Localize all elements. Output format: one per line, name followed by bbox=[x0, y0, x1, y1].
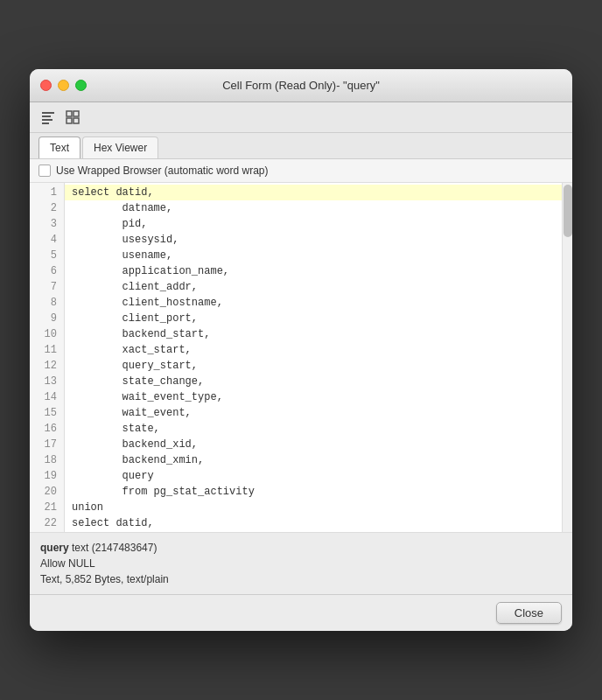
line-number: 12 bbox=[37, 358, 57, 374]
code-line: application_name, bbox=[65, 263, 562, 279]
line-number: 3 bbox=[37, 216, 57, 232]
svg-rect-6 bbox=[66, 118, 72, 123]
code-line: union bbox=[65, 500, 562, 515]
code-line: client_addr, bbox=[65, 279, 562, 295]
svg-rect-0 bbox=[42, 112, 54, 114]
status-field-info: query text (2147483647) bbox=[40, 540, 562, 556]
line-number: 16 bbox=[37, 421, 57, 437]
code-line: client_hostname, bbox=[65, 295, 562, 311]
code-line: state, bbox=[65, 421, 562, 437]
code-line: state_change, bbox=[65, 374, 562, 389]
code-line: from pg_stat_activity bbox=[65, 484, 562, 500]
line-number: 9 bbox=[37, 311, 57, 326]
line-number: 20 bbox=[37, 484, 57, 500]
scrollbar-thumb[interactable] bbox=[564, 185, 572, 237]
close-window-button[interactable] bbox=[40, 80, 52, 91]
tabs-bar: Text Hex Viewer bbox=[30, 133, 572, 159]
line-number: 1 bbox=[37, 185, 57, 200]
title-bar: Cell Form (Read Only)- "query" bbox=[30, 69, 572, 102]
code-line: pid, bbox=[65, 216, 562, 232]
code-content[interactable]: select datid, datname, pid, usesysid, us… bbox=[65, 183, 562, 532]
code-line: usesysid, bbox=[65, 232, 562, 248]
line-number: 14 bbox=[37, 389, 57, 405]
status-allow-null: Allow NULL bbox=[40, 556, 562, 571]
maximize-window-button[interactable] bbox=[75, 80, 87, 91]
tab-text[interactable]: Text bbox=[38, 136, 80, 158]
code-line: usename, bbox=[65, 248, 562, 263]
svg-rect-7 bbox=[74, 118, 79, 123]
code-line: select datid, bbox=[65, 185, 562, 200]
tab-hex-viewer[interactable]: Hex Viewer bbox=[82, 136, 158, 158]
svg-rect-4 bbox=[66, 111, 72, 116]
line-number: 17 bbox=[37, 437, 57, 452]
grid-icon[interactable] bbox=[63, 108, 82, 127]
svg-rect-2 bbox=[42, 119, 52, 121]
line-numbers: 1234567891011121314151617181920212223242… bbox=[30, 183, 65, 532]
format-icon[interactable] bbox=[38, 108, 58, 127]
field-name: query bbox=[40, 542, 69, 554]
line-number: 18 bbox=[37, 452, 57, 468]
line-number: 10 bbox=[37, 326, 57, 342]
code-viewer: 1234567891011121314151617181920212223242… bbox=[30, 183, 572, 533]
svg-rect-1 bbox=[42, 116, 51, 117]
code-line: wait_event_type, bbox=[65, 389, 562, 405]
line-number: 7 bbox=[37, 279, 57, 295]
code-line: wait_event, bbox=[65, 405, 562, 421]
line-number: 23 bbox=[37, 531, 57, 532]
code-line: backend_xmin, bbox=[65, 452, 562, 468]
bottom-bar: Close bbox=[30, 594, 572, 631]
line-number: 2 bbox=[37, 200, 57, 216]
code-line: select datid, bbox=[65, 515, 562, 531]
line-number: 15 bbox=[37, 405, 57, 421]
line-number: 21 bbox=[37, 500, 57, 515]
code-line: xact_start, bbox=[65, 342, 562, 358]
line-number: 22 bbox=[37, 515, 57, 531]
status-info: Text, 5,852 Bytes, text/plain bbox=[40, 571, 562, 587]
traffic-lights bbox=[40, 80, 87, 91]
line-number: 8 bbox=[37, 295, 57, 311]
wrap-browser-bar: Use Wrapped Browser (automatic word wrap… bbox=[30, 159, 572, 183]
wrap-browser-label: Use Wrapped Browser (automatic word wrap… bbox=[56, 164, 269, 177]
line-number: 4 bbox=[37, 232, 57, 248]
line-number: 5 bbox=[37, 248, 57, 263]
line-number: 6 bbox=[37, 263, 57, 279]
main-window: Cell Form (Read Only)- "query" Text bbox=[30, 69, 572, 631]
svg-rect-5 bbox=[74, 111, 79, 116]
code-line: backend_xid, bbox=[65, 437, 562, 452]
window-title: Cell Form (Read Only)- "query" bbox=[222, 79, 380, 92]
code-line: client_port, bbox=[65, 311, 562, 326]
code-line: backend_start, bbox=[65, 326, 562, 342]
code-line: query bbox=[65, 468, 562, 484]
code-line: query_start, bbox=[65, 358, 562, 374]
svg-rect-3 bbox=[42, 122, 49, 124]
line-number: 11 bbox=[37, 342, 57, 358]
line-number: 13 bbox=[37, 374, 57, 389]
scrollbar[interactable] bbox=[562, 183, 572, 532]
minimize-window-button[interactable] bbox=[58, 80, 69, 91]
line-number: 19 bbox=[37, 468, 57, 484]
wrap-browser-checkbox[interactable] bbox=[38, 164, 51, 177]
status-bar: query text (2147483647) Allow NULL Text,… bbox=[30, 533, 572, 594]
close-button[interactable]: Close bbox=[496, 602, 562, 624]
code-line: datname, bbox=[65, 200, 562, 216]
toolbar bbox=[30, 102, 572, 133]
content-area: Use Wrapped Browser (automatic word wrap… bbox=[30, 159, 572, 594]
code-line: datname, bbox=[65, 531, 562, 532]
